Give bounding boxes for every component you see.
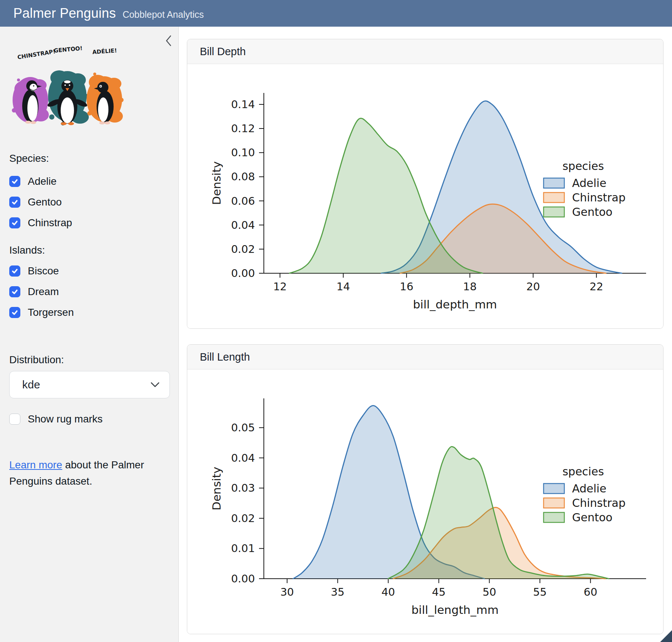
- checkmark-icon: [11, 178, 19, 185]
- checkbox-gentoo[interactable]: [9, 197, 20, 208]
- art-label-adelie: ADÉLIE!: [92, 47, 117, 56]
- checkbox-row-chinstrap[interactable]: Chinstrap: [0, 213, 179, 233]
- svg-text:Adelie: Adelie: [572, 177, 607, 190]
- bill-depth-card-body: 1214161820220.000.020.040.060.080.100.12…: [187, 64, 663, 329]
- svg-text:55: 55: [533, 586, 547, 598]
- checkbox-label-biscoe: Biscoe: [28, 265, 59, 277]
- show-rug-marks-checkbox[interactable]: [9, 414, 20, 425]
- svg-text:Gentoo: Gentoo: [572, 205, 612, 218]
- islands-section-label: Islands:: [9, 244, 45, 256]
- app-header: Palmer Penguins Cobblepot Analytics: [0, 0, 672, 27]
- svg-text:Density: Density: [210, 161, 223, 205]
- svg-text:40: 40: [382, 586, 395, 598]
- rug-checkbox-row: Show rug marks: [0, 409, 179, 429]
- bill-length-card: Bill Length 303540455055600.000.010.020.…: [187, 344, 663, 634]
- sidebar-collapse-button[interactable]: [162, 34, 175, 47]
- checkbox-label-adelie: Adelie: [28, 175, 57, 187]
- svg-text:0.12: 0.12: [231, 122, 255, 135]
- svg-text:Gentoo: Gentoo: [572, 511, 612, 524]
- svg-text:30: 30: [280, 586, 294, 598]
- svg-text:0.02: 0.02: [231, 512, 255, 525]
- checkbox-adelie[interactable]: [9, 176, 20, 187]
- checkbox-label-chinstrap: Chinstrap: [28, 217, 72, 229]
- svg-text:20: 20: [526, 280, 540, 293]
- svg-text:0.01: 0.01: [231, 542, 255, 555]
- svg-text:Chinstrap: Chinstrap: [572, 496, 625, 509]
- art-label-gentoo: GENTOO!: [54, 45, 83, 54]
- checkbox-row-gentoo[interactable]: Gentoo: [0, 192, 179, 213]
- svg-text:18: 18: [463, 280, 477, 293]
- checkmark-icon: [11, 219, 19, 227]
- svg-text:0.02: 0.02: [231, 243, 255, 255]
- chevron-left-icon: [165, 34, 173, 47]
- distribution-select-value: kde: [22, 378, 40, 391]
- svg-text:0.10: 0.10: [231, 146, 255, 159]
- svg-text:16: 16: [400, 280, 413, 293]
- svg-text:bill_length_mm: bill_length_mm: [411, 603, 499, 616]
- art-label-chinstrap: CHINSTRAP!: [17, 48, 56, 61]
- checkmark-icon: [11, 267, 19, 275]
- app-subtitle: Cobblepot Analytics: [122, 9, 204, 20]
- show-rug-marks-row[interactable]: Show rug marks: [0, 409, 179, 429]
- checkbox-biscoe[interactable]: [9, 265, 20, 277]
- svg-text:0.08: 0.08: [231, 170, 255, 183]
- penguin-artwork: CHINSTRAP! GENTOO! ADÉLIE!: [7, 44, 127, 129]
- checkmark-icon: [11, 288, 19, 295]
- learn-more-text: Learn more about the Palmer Penguins dat…: [9, 457, 168, 489]
- svg-text:species: species: [562, 160, 604, 173]
- checkbox-row-dream[interactable]: Dream: [0, 281, 179, 302]
- bill-length-card-title: Bill Length: [187, 345, 663, 370]
- bill-depth-card-title: Bill Depth: [187, 39, 663, 64]
- svg-text:0.00: 0.00: [231, 267, 255, 280]
- main-content: Bill Depth 1214161820220.000.020.040.060…: [179, 27, 672, 642]
- app-title: Palmer Penguins: [13, 6, 116, 21]
- svg-text:Density: Density: [210, 467, 223, 511]
- svg-text:0.06: 0.06: [231, 195, 255, 207]
- islands-checkbox-group: BiscoeDreamTorgersen: [0, 261, 179, 323]
- checkbox-label-gentoo: Gentoo: [28, 196, 62, 208]
- distribution-select[interactable]: kde: [9, 371, 170, 398]
- svg-text:22: 22: [589, 280, 603, 293]
- bill-length-plot: 303540455055600.000.010.020.030.040.05bi…: [187, 370, 663, 634]
- chevron-down-icon: [150, 382, 160, 388]
- bill-length-card-body: 303540455055600.000.010.020.030.040.05bi…: [187, 370, 663, 634]
- checkmark-icon: [11, 198, 19, 206]
- svg-text:species: species: [562, 465, 604, 478]
- sidebar: CHINSTRAP! GENTOO! ADÉLIE! Species: Adel…: [0, 27, 179, 642]
- svg-text:Chinstrap: Chinstrap: [572, 191, 625, 204]
- svg-text:14: 14: [336, 280, 350, 293]
- species-section-label: Species:: [9, 153, 49, 164]
- checkbox-row-biscoe[interactable]: Biscoe: [0, 261, 179, 281]
- checkbox-dream[interactable]: [9, 286, 20, 297]
- svg-text:60: 60: [584, 586, 597, 598]
- bill-depth-plot: 1214161820220.000.020.040.060.080.100.12…: [187, 64, 663, 329]
- svg-text:50: 50: [483, 586, 496, 598]
- svg-text:0.03: 0.03: [231, 482, 255, 494]
- species-checkbox-group: AdelieGentooChinstrap: [0, 171, 179, 233]
- checkbox-label-torgersen: Torgersen: [28, 307, 74, 318]
- svg-text:35: 35: [331, 586, 345, 598]
- svg-text:bill_depth_mm: bill_depth_mm: [413, 298, 497, 311]
- svg-text:0.00: 0.00: [231, 572, 255, 585]
- svg-text:0.05: 0.05: [231, 421, 255, 434]
- checkbox-torgersen[interactable]: [9, 307, 20, 318]
- bill-depth-card: Bill Depth 1214161820220.000.020.040.060…: [187, 39, 663, 329]
- learn-more-link[interactable]: Learn more: [9, 459, 62, 471]
- checkbox-chinstrap[interactable]: [9, 217, 20, 228]
- svg-text:45: 45: [432, 586, 446, 598]
- svg-text:0.04: 0.04: [231, 219, 255, 231]
- resize-corner: [660, 630, 672, 642]
- show-rug-marks-label: Show rug marks: [28, 413, 103, 425]
- checkmark-icon: [11, 309, 19, 316]
- svg-text:Adelie: Adelie: [572, 482, 607, 495]
- checkbox-label-dream: Dream: [28, 286, 59, 298]
- checkbox-row-adelie[interactable]: Adelie: [0, 171, 179, 192]
- checkbox-row-torgersen[interactable]: Torgersen: [0, 302, 179, 323]
- svg-text:0.14: 0.14: [231, 98, 255, 111]
- svg-text:12: 12: [273, 280, 287, 293]
- distribution-section-label: Distribution:: [9, 354, 64, 366]
- svg-text:0.04: 0.04: [231, 452, 255, 464]
